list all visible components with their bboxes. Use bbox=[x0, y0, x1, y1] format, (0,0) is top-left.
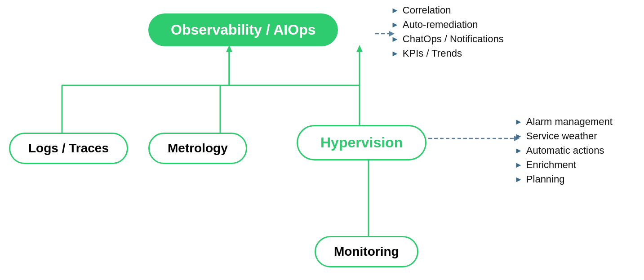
list-item-automatic-text: Automatic actions bbox=[526, 145, 604, 156]
arrow-icon-9: ► bbox=[515, 175, 523, 184]
hypervision-label: Hypervision bbox=[320, 134, 403, 151]
list-item-planning: ► Planning bbox=[515, 173, 613, 185]
arrow-icon-6: ► bbox=[515, 132, 523, 141]
arrow-icon-3: ► bbox=[391, 35, 399, 44]
diagram-container: Observability / AIOps Logs / Traces Metr… bbox=[0, 0, 644, 280]
list-item-weather: ► Service weather bbox=[515, 130, 613, 142]
list-item-chatops: ► ChatOps / Notifications bbox=[391, 33, 504, 45]
list-item-autoremediation: ► Auto-remediation bbox=[391, 19, 504, 31]
monitoring-node: Monitoring bbox=[315, 236, 418, 267]
list-item-alarm: ► Alarm management bbox=[515, 116, 613, 128]
hypervision-node: Hypervision bbox=[297, 125, 426, 160]
arrow-icon-2: ► bbox=[391, 20, 399, 30]
svg-marker-8 bbox=[356, 45, 363, 52]
arrow-icon-4: ► bbox=[391, 49, 399, 58]
list-item-planning-text: Planning bbox=[526, 173, 565, 185]
logs-node: Logs / Traces bbox=[9, 133, 128, 164]
arrow-icon-5: ► bbox=[515, 117, 523, 127]
logs-label: Logs / Traces bbox=[28, 141, 109, 156]
arrow-icon-8: ► bbox=[515, 160, 523, 170]
list-item-kpis-text: KPIs / Trends bbox=[403, 48, 462, 59]
list-item-kpis: ► KPIs / Trends bbox=[391, 48, 504, 59]
metrology-label: Metrology bbox=[168, 141, 228, 156]
list-item-weather-text: Service weather bbox=[526, 130, 597, 142]
aiops-node: Observability / AIOps bbox=[148, 13, 338, 46]
list-item-autoremediation-text: Auto-remediation bbox=[403, 19, 478, 31]
list-item-enrichment-text: Enrichment bbox=[526, 159, 576, 171]
bottom-list: ► Alarm management ► Service weather ► A… bbox=[515, 116, 613, 188]
list-item-enrichment: ► Enrichment bbox=[515, 159, 613, 171]
metrology-node: Metrology bbox=[148, 133, 247, 164]
list-item-correlation-text: Correlation bbox=[403, 4, 451, 16]
list-item-correlation: ► Correlation bbox=[391, 4, 504, 16]
arrow-icon-1: ► bbox=[391, 6, 399, 15]
arrow-icon-7: ► bbox=[515, 146, 523, 156]
list-item-automatic: ► Automatic actions bbox=[515, 145, 613, 156]
monitoring-label: Monitoring bbox=[334, 244, 399, 259]
list-item-alarm-text: Alarm management bbox=[526, 116, 613, 128]
aiops-label: Observability / AIOps bbox=[171, 22, 315, 38]
top-list: ► Correlation ► Auto-remediation ► ChatO… bbox=[391, 4, 504, 62]
list-item-chatops-text: ChatOps / Notifications bbox=[403, 33, 504, 45]
